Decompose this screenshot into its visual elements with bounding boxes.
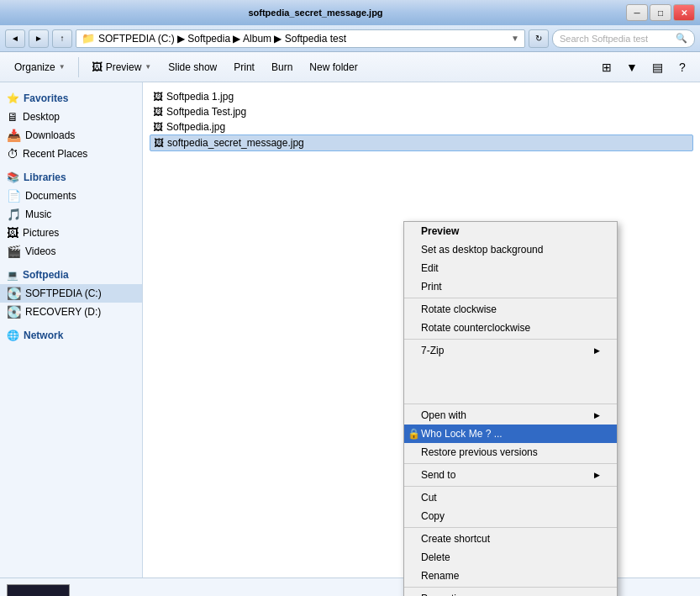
- ctx-rotate-cw-label: Rotate clockwise: [421, 303, 497, 315]
- toolbar-separator-1: [78, 57, 79, 77]
- who-lock-icon: 🔒: [408, 428, 420, 440]
- new-folder-button[interactable]: New folder: [302, 55, 365, 79]
- ctx-preview[interactable]: Preview: [404, 222, 617, 240]
- ctx-sep-2: [404, 339, 617, 340]
- ctx-sep-3: [404, 403, 617, 404]
- address-bar: ◄ ► ↑ 📁 SOFTPEDIA (C:) ▶ Softpedia ▶ Alb…: [0, 25, 700, 52]
- print-button[interactable]: Print: [226, 55, 262, 79]
- ctx-cut[interactable]: Cut: [404, 488, 617, 507]
- ctx-edit[interactable]: Edit: [404, 259, 617, 277]
- search-placeholder: Search Softpedia test: [560, 34, 648, 44]
- sidebar-item-videos[interactable]: 🎬 Videos: [0, 242, 142, 261]
- thumbnail-preview: 𝕊: [7, 584, 70, 596]
- file-icon: 🖼: [153, 106, 163, 118]
- path-dropdown-arrow[interactable]: ▼: [511, 34, 519, 43]
- ctx-rotate-ccw[interactable]: Rotate counterclockwise: [404, 319, 617, 337]
- ctx-set-desktop-label: Set as desktop background: [421, 244, 543, 256]
- sidebar-item-documents[interactable]: 📄 Documents: [0, 187, 142, 205]
- toolbar: Organize ▼ 🖼 Preview ▼ Slide show Print …: [0, 52, 700, 82]
- pane-button[interactable]: ▤: [646, 57, 668, 77]
- network-section: 🌐 Network: [0, 326, 142, 345]
- view-dropdown[interactable]: ▼: [621, 57, 643, 77]
- view-button[interactable]: ⊞: [596, 57, 618, 77]
- favorites-header[interactable]: ⭐ Favorites: [0, 89, 142, 108]
- sidebar-item-pictures[interactable]: 🖼 Pictures: [0, 224, 142, 242]
- ctx-set-desktop[interactable]: Set as desktop background: [404, 240, 617, 259]
- address-path[interactable]: 📁 SOFTPEDIA (C:) ▶ Softpedia ▶ Album ▶ S…: [76, 29, 525, 48]
- file-name: Softpedia Test.jpg: [166, 106, 246, 118]
- file-name: Softpedia 1.jpg: [166, 91, 234, 103]
- sidebar-item-label: Downloads: [25, 129, 75, 141]
- organize-button[interactable]: Organize ▼: [7, 55, 73, 79]
- print-label: Print: [234, 61, 255, 73]
- refresh-button[interactable]: ↻: [529, 29, 549, 48]
- file-name: softpedia_secret_message.jpg: [167, 137, 304, 149]
- main-layout: ⭐ Favorites 🖥 Desktop 📥 Downloads ⏱ Rece…: [0, 82, 700, 578]
- documents-icon: 📄: [7, 189, 21, 203]
- sidebar-item-downloads[interactable]: 📥 Downloads: [0, 126, 142, 145]
- help-button[interactable]: ?: [671, 57, 693, 77]
- music-icon: 🎵: [7, 208, 21, 221]
- ctx-sep-6: [404, 527, 617, 528]
- up-button[interactable]: ↑: [52, 29, 72, 48]
- ctx-who-lock-label: Who Lock Me ? ...: [421, 428, 503, 440]
- d-drive-icon: 💽: [7, 305, 21, 319]
- minimize-button[interactable]: ─: [626, 4, 648, 21]
- forward-button[interactable]: ►: [29, 29, 49, 48]
- sidebar-item-recent-places[interactable]: ⏱ Recent Places: [0, 145, 142, 163]
- preview-button[interactable]: 🖼 Preview ▼: [84, 55, 160, 79]
- libraries-header[interactable]: 📚 Libraries: [0, 168, 142, 187]
- burn-button[interactable]: Burn: [264, 55, 300, 79]
- organize-label: Organize: [14, 61, 55, 73]
- ctx-copy[interactable]: Copy: [404, 507, 617, 525]
- sidebar-item-label: SOFTPEDIA (C:): [25, 287, 102, 299]
- sidebar-item-desktop[interactable]: 🖥 Desktop: [0, 108, 142, 126]
- folder-icon: 📁: [82, 32, 95, 45]
- ctx-properties[interactable]: Properties: [404, 589, 617, 596]
- ctx-7zip-arrow: ▶: [594, 346, 600, 355]
- sidebar-item-c-drive[interactable]: 💽 SOFTPEDIA (C:): [0, 284, 142, 303]
- ctx-rotate-cw[interactable]: Rotate clockwise: [404, 300, 617, 319]
- burn-label: Burn: [271, 61, 292, 73]
- ctx-print[interactable]: Print: [404, 277, 617, 296]
- ctx-copy-label: Copy: [421, 510, 445, 522]
- ctx-send-to[interactable]: Send to ▶: [404, 466, 617, 484]
- ctx-sep-7: [404, 587, 617, 588]
- ctx-send-to-label: Send to: [421, 469, 455, 481]
- search-box[interactable]: Search Softpedia test 🔍: [552, 29, 695, 48]
- ctx-rename[interactable]: Rename: [404, 567, 617, 585]
- close-button[interactable]: ✕: [673, 4, 695, 21]
- favorites-section: ⭐ Favorites 🖥 Desktop 📥 Downloads ⏱ Rece…: [0, 89, 142, 163]
- sidebar-item-d-drive[interactable]: 💽 RECOVERY (D:): [0, 303, 142, 321]
- file-list[interactable]: 🖼 Softpedia 1.jpg 🖼 Softpedia Test.jpg 🖼…: [143, 82, 700, 578]
- softpedia-header[interactable]: 💻 Softpedia: [0, 266, 142, 284]
- file-item[interactable]: 🖼 Softpedia 1.jpg: [150, 89, 693, 104]
- ctx-create-shortcut-label: Create shortcut: [421, 533, 490, 545]
- file-item-selected[interactable]: 🖼 softpedia_secret_message.jpg: [150, 134, 693, 151]
- sidebar-item-label: Pictures: [23, 227, 59, 239]
- sidebar-item-label: RECOVERY (D:): [25, 306, 101, 318]
- sidebar-item-music[interactable]: 🎵 Music: [0, 205, 142, 224]
- organize-arrow: ▼: [59, 63, 66, 71]
- network-header[interactable]: 🌐 Network: [0, 326, 142, 345]
- window-title: softpedia_secret_message.jpg: [5, 8, 626, 18]
- sidebar-item-label: Videos: [25, 245, 55, 257]
- maximize-button[interactable]: □: [650, 4, 671, 21]
- file-item[interactable]: 🖼 Softpedia.jpg: [150, 119, 693, 134]
- file-item[interactable]: 🖼 Softpedia Test.jpg: [150, 104, 693, 119]
- ctx-create-shortcut[interactable]: Create shortcut: [404, 530, 617, 548]
- back-button[interactable]: ◄: [5, 29, 25, 48]
- ctx-delete[interactable]: Delete: [404, 548, 617, 567]
- libraries-section: 📚 Libraries 📄 Documents 🎵 Music 🖼 Pictur…: [0, 168, 142, 261]
- slideshow-button[interactable]: Slide show: [161, 55, 224, 79]
- ctx-restore[interactable]: Restore previous versions: [404, 443, 617, 462]
- ctx-cut-label: Cut: [421, 492, 437, 504]
- ctx-open-with[interactable]: Open with ▶: [404, 406, 617, 425]
- ctx-7zip[interactable]: 7-Zip ▶: [404, 341, 617, 360]
- title-bar-buttons: ─ □ ✕: [626, 4, 695, 21]
- ctx-who-lock[interactable]: 🔒 Who Lock Me ? ...: [404, 425, 617, 443]
- ctx-edit-label: Edit: [421, 262, 439, 274]
- ctx-properties-label: Properties: [421, 593, 467, 596]
- ctx-sep-1: [404, 298, 617, 298]
- new-folder-label: New folder: [309, 61, 357, 73]
